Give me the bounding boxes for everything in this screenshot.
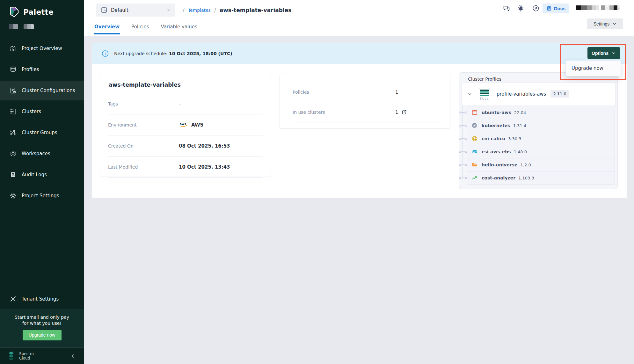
sidebar-item-label: Tenant Settings bbox=[22, 296, 59, 302]
sidebar-item-workspaces[interactable]: Workspaces bbox=[0, 144, 84, 164]
profile-name: profile-variables-aws bbox=[497, 91, 546, 97]
aws-logo-icon: aws bbox=[179, 122, 188, 128]
docs-button[interactable]: Docs bbox=[543, 4, 569, 13]
footer-brand-line2: Cloud bbox=[19, 356, 30, 360]
layer-row-cost-analyzer[interactable]: cost-analyzer 1.103.3 bbox=[467, 171, 615, 185]
layer-tree-track bbox=[462, 106, 463, 179]
compass-help-icon[interactable] bbox=[532, 4, 540, 12]
layer-version: 1.31.4 bbox=[513, 123, 526, 128]
project-selector[interactable]: Default bbox=[96, 4, 175, 17]
folder-layer-icon bbox=[471, 162, 478, 168]
chevron-down-icon[interactable] bbox=[467, 91, 472, 97]
user-menu[interactable] bbox=[576, 5, 620, 10]
layer-name: cost-analyzer bbox=[482, 175, 515, 180]
tree-connector-icon bbox=[459, 150, 468, 154]
menu-item-upgrade-now[interactable]: Upgrade now bbox=[566, 61, 621, 76]
external-link-icon[interactable] bbox=[401, 109, 407, 115]
tab-overview[interactable]: Overview bbox=[94, 19, 120, 34]
chevron-down-icon bbox=[166, 8, 171, 12]
settings-button-label: Settings bbox=[594, 21, 610, 26]
tab-policies[interactable]: Policies bbox=[131, 19, 149, 34]
row-value: 08 Oct 2025, 16:53 bbox=[179, 143, 230, 149]
brand-name: Palette bbox=[23, 8, 54, 16]
row-label: Environment bbox=[108, 122, 136, 127]
footer-brand-line1: Spectro bbox=[19, 352, 34, 356]
sidebar-item-label: Project Overview bbox=[22, 46, 62, 51]
nodes-icon bbox=[10, 129, 17, 136]
table-row-last-modified: Last Modified 10 Oct 2025, 13:43 bbox=[108, 157, 263, 178]
tree-connector-icon bbox=[459, 176, 468, 180]
bug-report-icon[interactable] bbox=[517, 4, 525, 12]
sidebar-item-project-overview[interactable]: Project Overview bbox=[0, 39, 84, 58]
upgrade-now-button[interactable]: Upgrade now bbox=[23, 330, 62, 340]
user-menu-chevron-icon[interactable] bbox=[616, 6, 621, 11]
project-selector-value: Default bbox=[111, 7, 128, 13]
sidebar-item-profiles[interactable]: Profiles bbox=[0, 60, 84, 79]
promo-text-line2: for what you use! bbox=[0, 320, 84, 326]
storage-layer-icon bbox=[471, 149, 478, 155]
row-label: In use clusters bbox=[293, 110, 325, 115]
audit-search-icon bbox=[10, 171, 17, 178]
breadcrumb-link-templates[interactable]: Templates bbox=[188, 8, 211, 13]
layer-row-kubernetes[interactable]: kubernetes 1.31.4 bbox=[467, 119, 615, 132]
info-icon bbox=[101, 50, 109, 57]
sidebar-item-audit-logs[interactable]: Audit Logs bbox=[0, 165, 84, 185]
overview-rows: Tags – Environment aws AWS Created On 08… bbox=[108, 93, 263, 178]
panel-title: Cluster Profiles bbox=[468, 76, 501, 82]
chat-feedback-icon[interactable] bbox=[503, 4, 510, 12]
layer-row-cni-calico[interactable]: cni-calico 3.30.3 bbox=[467, 132, 615, 145]
sidebar-item-label: Project Settings bbox=[22, 193, 59, 199]
os-layer-icon bbox=[471, 109, 478, 116]
sidebar-item-tenant-settings[interactable]: Tenant Settings bbox=[0, 289, 84, 309]
spectro-cloud-logo-icon bbox=[6, 351, 16, 361]
layer-row-hello-universe[interactable]: hello-universe 1.2.0 bbox=[467, 158, 615, 171]
tree-connector-icon bbox=[459, 137, 468, 141]
layer-version: 1.48.0 bbox=[514, 149, 527, 154]
page-title: aws-template-variables bbox=[220, 7, 292, 13]
collapse-sidebar-icon[interactable] bbox=[70, 353, 76, 359]
sidebar-item-cluster-groups[interactable]: Cluster Groups bbox=[0, 123, 84, 142]
main-content: Next upgrade schedule: 10 Oct 2025, 18:0… bbox=[84, 36, 634, 364]
layer-version: 1.2.0 bbox=[521, 163, 531, 167]
layer-row-csi-aws-ebs[interactable]: csi-aws-ebs 1.48.0 bbox=[467, 145, 615, 158]
tab-variable-values[interactable]: Variable values bbox=[161, 19, 197, 34]
redacted-chip bbox=[9, 24, 18, 29]
gear-icon bbox=[10, 192, 17, 199]
layer-version: 22.04 bbox=[514, 110, 526, 115]
sidebar-item-project-settings[interactable]: Project Settings bbox=[0, 186, 84, 206]
row-label: Last Modified bbox=[108, 164, 138, 170]
tree-connector-icon bbox=[459, 163, 468, 167]
layer-version: 1.103.3 bbox=[518, 176, 534, 180]
row-value: AWS bbox=[191, 122, 203, 128]
redacted-chip bbox=[24, 24, 34, 29]
layer-name: hello-universe bbox=[482, 162, 518, 167]
row-value: 1 bbox=[395, 89, 398, 95]
table-row-in-use-clusters: In use clusters 1 bbox=[293, 102, 441, 122]
usage-rows: Policies 1 In use clusters 1 bbox=[293, 82, 441, 122]
server-list-icon bbox=[10, 108, 17, 115]
tree-connector-icon bbox=[459, 111, 468, 114]
docs-button-label: Docs bbox=[554, 6, 566, 11]
layers-icon bbox=[10, 66, 17, 73]
options-dropdown-menu: Upgrade now bbox=[566, 61, 621, 76]
table-row-policies: Policies 1 bbox=[293, 82, 441, 102]
sidebar-item-clusters[interactable]: Clusters bbox=[0, 102, 84, 121]
table-row-created-on: Created On 08 Oct 2025, 16:53 bbox=[108, 135, 263, 157]
options-button[interactable]: Options bbox=[587, 47, 620, 59]
cluster-profiles-panel: Cluster Profiles FULL profile-variables-… bbox=[459, 72, 618, 189]
breadcrumb-slash: / bbox=[183, 7, 185, 13]
spectro-cloud-wordmark: Spectro Cloud bbox=[19, 352, 34, 360]
settings-button[interactable]: Settings bbox=[587, 18, 623, 29]
kubernetes-layer-icon bbox=[471, 122, 478, 129]
banner-message: Next upgrade schedule: 10 Oct 2025, 18:0… bbox=[114, 51, 232, 56]
analytics-icon bbox=[10, 45, 17, 52]
breadcrumb-slash: / bbox=[214, 7, 216, 13]
layer-row-ubuntu-aws[interactable]: ubuntu-aws 22.04 bbox=[467, 106, 615, 119]
table-row-environment: Environment aws AWS bbox=[108, 114, 263, 135]
sidebar-item-cluster-configurations[interactable]: Cluster Configurations bbox=[0, 81, 84, 100]
orbit-icon bbox=[10, 150, 17, 157]
cluster-profile-row[interactable]: FULL profile-variables-aws 2.11.0 bbox=[461, 83, 616, 105]
options-button-label: Options bbox=[592, 51, 608, 56]
document-check-icon bbox=[10, 87, 17, 94]
sidebar-item-label: Workspaces bbox=[22, 151, 50, 157]
